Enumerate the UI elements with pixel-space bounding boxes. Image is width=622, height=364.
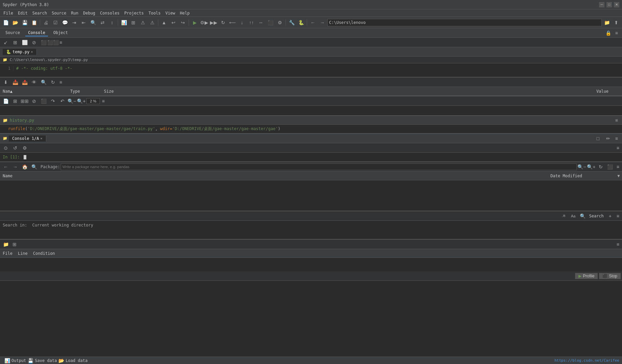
menu-file[interactable]: File <box>1 10 15 16</box>
fb-options-button[interactable]: ≡ <box>615 164 621 170</box>
array-maximize-button[interactable]: ⬛ <box>39 97 48 105</box>
website-link[interactable]: https://blog.csdn.net/Carifee <box>555 358 619 363</box>
editor-tab-temp-py[interactable]: 🐍 temp.py ✕ <box>3 49 37 55</box>
debug-config-button[interactable]: ⚙ <box>275 18 284 27</box>
open-file-button[interactable]: 📂 <box>11 18 20 27</box>
menu-run[interactable]: Run <box>69 10 81 16</box>
replace-button[interactable]: ⇄ <box>98 18 107 27</box>
bp-col-line[interactable]: Line <box>18 251 28 256</box>
redo-button[interactable]: ↪ <box>179 18 187 27</box>
find-case-button[interactable]: .※ <box>559 212 568 220</box>
array-zoom-out-button[interactable]: 🔍− <box>67 97 76 105</box>
menu-help[interactable]: Help <box>178 10 192 16</box>
save-file-button[interactable]: 💾 <box>20 18 29 27</box>
find-add-button[interactable]: + <box>606 212 615 220</box>
maximize-button[interactable]: □ <box>606 2 612 7</box>
array-copy-button[interactable]: ⊞ <box>11 97 20 105</box>
fb-col-name[interactable]: Name <box>0 174 548 178</box>
var-col-size[interactable]: Size <box>101 89 135 94</box>
up-button[interactable]: ▲ <box>160 18 168 27</box>
profile-button[interactable]: ▶ Profile <box>575 273 598 279</box>
stop-debug-button[interactable]: ⬛ <box>266 18 275 27</box>
fb-home-button[interactable]: 🏠 <box>20 162 29 171</box>
split-button[interactable]: ⊞ <box>129 18 138 27</box>
console-options2-button[interactable]: ⚙ <box>20 144 29 152</box>
browse-button[interactable]: 📁 <box>602 18 611 27</box>
secondary-menu-button[interactable]: 🔒 <box>605 30 611 36</box>
warning2-button[interactable]: ⚠ <box>148 18 157 27</box>
menu-debug[interactable]: Debug <box>81 10 97 16</box>
step-back-button[interactable]: ⟵ <box>228 18 237 27</box>
fb-search-button[interactable]: 🔍 <box>30 162 38 171</box>
undo-button[interactable]: ↩ <box>169 18 178 27</box>
object-tab[interactable]: Object <box>51 30 71 36</box>
menu-edit[interactable]: Edit <box>16 10 30 16</box>
continue-button[interactable]: ↔ <box>256 18 265 27</box>
package-input[interactable] <box>61 163 577 170</box>
menu-search[interactable]: Search <box>30 10 49 16</box>
var-col-name[interactable]: Nam▲ <box>0 89 67 94</box>
find-button[interactable]: 🔍 <box>89 18 98 27</box>
save-data-label[interactable]: Save data <box>35 358 57 363</box>
array-rotate-cw-button[interactable]: ↷ <box>49 97 57 105</box>
print-button[interactable]: 🖨 <box>42 18 50 27</box>
code-editor[interactable]: 1 # -*- coding: utf-8 -*- <box>0 63 622 77</box>
chat-button[interactable]: 💬 <box>60 18 69 27</box>
menu-source[interactable]: Source <box>50 10 68 16</box>
step-into-button[interactable]: ↓ <box>238 18 246 27</box>
array-zoom-in-button[interactable]: 🔍+ <box>77 97 86 105</box>
array-new-button[interactable]: 📄 <box>1 97 10 105</box>
console-interrupt-button[interactable]: ⊙ <box>1 144 10 152</box>
editor-nav-back[interactable]: ↙ <box>1 38 10 47</box>
fb-zoom-in-button[interactable]: 🔍+ <box>587 162 596 171</box>
step-out-button[interactable]: ↑↑ <box>247 18 256 27</box>
run-button[interactable]: ▶ <box>190 18 199 27</box>
var-import-button[interactable]: ⬇ <box>1 78 10 87</box>
console-tab-1a[interactable]: Console 1/A ✕ <box>9 135 46 142</box>
array-options-button[interactable]: ≡ <box>101 98 106 104</box>
run-config-button[interactable]: ⚙▶ <box>200 18 209 27</box>
console-input-area[interactable]: In [1]: <box>0 153 622 161</box>
fb-forward-button[interactable]: → <box>11 162 20 171</box>
editor-copy[interactable]: ⊞ <box>11 38 20 47</box>
bp-folder-button[interactable]: 📁 <box>1 240 10 249</box>
indent-button[interactable]: ⇥ <box>70 18 79 27</box>
var-refresh-button[interactable]: ↻ <box>49 78 57 87</box>
unindent-button[interactable]: ⇤ <box>79 18 88 27</box>
console-menu-button[interactable]: ≡ <box>615 145 621 151</box>
console-restart-button[interactable]: ↺ <box>11 144 20 152</box>
find-search-button[interactable]: 🔍 <box>578 212 587 220</box>
conda-button[interactable]: 🐍 <box>297 18 305 27</box>
var-export2-button[interactable]: 📤 <box>20 78 29 87</box>
array-delete-button[interactable]: ⊘ <box>30 97 38 105</box>
save-all-button[interactable]: 📋 <box>30 18 38 27</box>
goto-button[interactable]: ↕ <box>108 18 116 27</box>
fb-refresh-button[interactable]: ↻ <box>596 162 605 171</box>
status-load-icon[interactable]: 📂 <box>57 356 65 364</box>
bp-col-file[interactable]: File <box>3 251 12 256</box>
var-export-button[interactable]: 📥 <box>11 78 20 87</box>
menu-tools[interactable]: Tools <box>146 10 163 16</box>
menu-consoles[interactable]: Consoles <box>98 10 121 16</box>
editor-maximize[interactable]: ⬛⬛ <box>49 38 57 47</box>
tools-button[interactable]: 🔧 <box>287 18 296 27</box>
console-edit-button[interactable]: ✏ <box>604 134 613 143</box>
output-label[interactable]: Output <box>11 358 26 363</box>
run-select-button[interactable]: ▶▶ <box>209 18 218 27</box>
status-output-icon[interactable]: 📊 <box>3 356 11 364</box>
bp-col-condition[interactable]: Condition <box>33 251 55 256</box>
fb-col-date[interactable]: Date Modified <box>548 174 615 178</box>
bp-copy-button[interactable]: ⊞ <box>10 240 19 249</box>
step-over-button[interactable]: ↻ <box>219 18 227 27</box>
fb-back-button[interactable]: ← <box>1 162 10 171</box>
load-data-label[interactable]: Load data <box>65 358 87 363</box>
menu-view[interactable]: View <box>163 10 177 16</box>
var-options-button[interactable]: ≡ <box>58 80 63 85</box>
console-clear-button[interactable]: □ <box>594 134 602 143</box>
editor-delete[interactable]: ⊘ <box>30 38 38 47</box>
fb-stop-button[interactable]: ⬛ <box>606 162 615 171</box>
var-search-button[interactable]: 🔍 <box>39 78 48 87</box>
bp-options-button[interactable]: ≡ <box>615 242 621 247</box>
minimize-button[interactable]: ─ <box>599 2 604 7</box>
console-options-button[interactable]: ≡ <box>614 136 619 141</box>
